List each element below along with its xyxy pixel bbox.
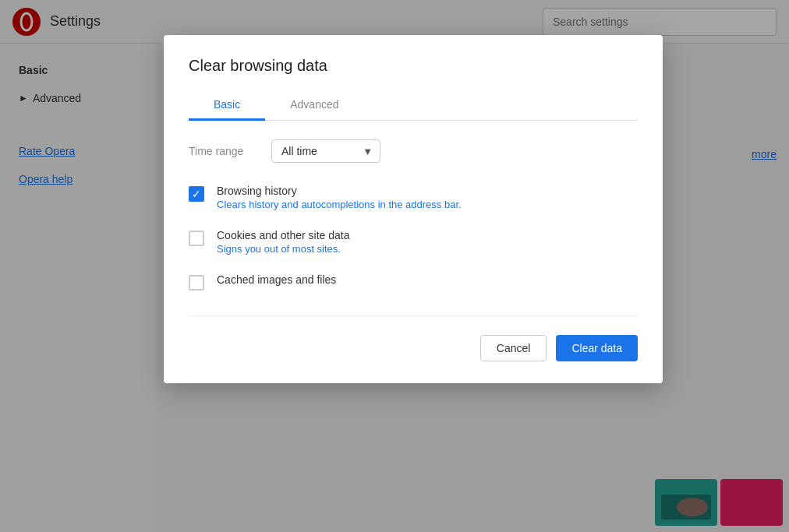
time-range-select[interactable]: Last hour Last 24 hours Last 7 days Last… — [271, 139, 380, 163]
checkbox-cached: Cached images and files — [189, 273, 638, 291]
tab-advanced[interactable]: Advanced — [265, 90, 363, 121]
checkbox-cookies: Cookies and other site data Signs you ou… — [189, 229, 638, 255]
time-range-select-wrapper[interactable]: Last hour Last 24 hours Last 7 days Last… — [271, 139, 380, 163]
dialog-title: Clear browsing data — [189, 57, 638, 75]
time-range-row: Time range Last hour Last 24 hours Last … — [189, 139, 638, 163]
browsing-history-label: Browsing history — [217, 185, 462, 197]
checkbox-cookies-box[interactable] — [189, 231, 204, 246]
tab-basic[interactable]: Basic — [189, 90, 265, 121]
checkbox-browsing-history: ✓ Browsing history Clears history and au… — [189, 185, 638, 210]
checkbox-browsing-history-box[interactable]: ✓ — [189, 186, 204, 202]
cached-label: Cached images and files — [217, 273, 336, 286]
dialog-tabs: Basic Advanced — [189, 90, 638, 121]
browsing-history-sublabel: Clears history and autocompletions in th… — [217, 199, 462, 210]
clear-data-button[interactable]: Clear data — [556, 335, 638, 361]
checkbox-cached-box[interactable] — [189, 275, 204, 291]
clear-browsing-data-dialog: Clear browsing data Basic Advanced Time … — [164, 35, 663, 383]
dialog-buttons: Cancel Clear data — [189, 315, 638, 361]
checkmark-icon: ✓ — [192, 188, 201, 199]
time-range-label: Time range — [189, 145, 259, 157]
cancel-button[interactable]: Cancel — [480, 335, 547, 361]
cookies-label: Cookies and other site data — [217, 229, 349, 241]
cookies-sublabel: Signs you out of most sites. — [217, 243, 349, 255]
